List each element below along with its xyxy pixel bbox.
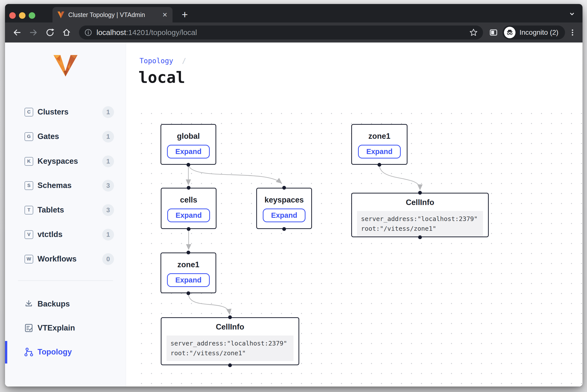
node-label: keyspaces <box>257 196 311 204</box>
back-icon[interactable] <box>11 26 23 38</box>
cellinfo-line: server_address:"localhost:2379" <box>170 338 290 348</box>
cellinfo-code: server_address:"localhost:2379" root:"/v… <box>357 211 483 236</box>
workflows-letter-icon: W <box>24 255 33 264</box>
sidebar-item-gates[interactable]: G Gates 1 <box>5 124 126 149</box>
reload-icon[interactable] <box>44 26 56 38</box>
sidebar-item-schemas[interactable]: S Schemas 3 <box>5 173 126 198</box>
browser-toolbar: localhost:14201/topology/local <box>5 22 582 42</box>
incognito-label: Incognito (2) <box>520 28 558 36</box>
new-tab-button[interactable]: + <box>178 8 191 21</box>
topology-node-cells: cells Expand <box>161 188 216 229</box>
browser-menu-icon[interactable] <box>567 26 578 38</box>
download-icon <box>24 299 34 309</box>
sidebar-item-tablets[interactable]: T Tablets 3 <box>5 198 126 222</box>
cellinfo-line: root:"/vitess/zone1" <box>361 224 479 234</box>
node-label: zone1 <box>352 132 407 141</box>
breadcrumb-topology-link[interactable]: Topology <box>140 57 173 65</box>
sidebar-item-vtctlds[interactable]: V vtctlds 1 <box>5 222 126 247</box>
cellinfo-line: root:"/vitess/zone1" <box>170 348 290 358</box>
tab-title: Cluster Topology | VTAdmin <box>68 11 159 18</box>
url-text: localhost:14201/topology/local <box>96 28 469 37</box>
sidebar-item-workflows[interactable]: W Workflows 0 <box>5 247 126 271</box>
topology-node-cellinfo-bottom: CellInfo server_address:"localhost:2379"… <box>161 317 299 365</box>
sidebar-item-vtexplain[interactable]: VTExplain <box>5 316 126 340</box>
topology-icon <box>24 347 34 357</box>
url-host: localhost <box>96 28 126 36</box>
sidebar-item-keyspaces[interactable]: K Keyspaces 1 <box>5 149 126 174</box>
desktop-background: Cluster Topology | VTAdmin ✕ + <box>0 0 587 392</box>
cellinfo-line: server_address:"localhost:2379" <box>361 214 479 224</box>
node-label: cells <box>162 196 216 204</box>
tab-strip: Cluster Topology | VTAdmin ✕ + <box>5 4 582 22</box>
breadcrumb-separator: / <box>182 57 186 65</box>
active-item-indicator <box>5 341 7 364</box>
bookmark-star-icon[interactable] <box>469 28 478 37</box>
cellinfo-code: server_address:"localhost:2379" root:"/v… <box>166 336 294 361</box>
expand-button[interactable]: Expand <box>358 145 401 158</box>
node-label: CellInfo <box>352 198 488 207</box>
count-badge: 1 <box>102 229 114 240</box>
topology-node-keyspaces: keyspaces Expand <box>256 188 312 229</box>
sidebar-divider <box>18 280 113 281</box>
topology-node-global: global Expand <box>160 124 216 165</box>
keyspaces-letter-icon: K <box>24 157 33 166</box>
count-badge: 3 <box>102 204 114 216</box>
topology-node-zone1-top: zone1 Expand <box>351 124 408 165</box>
macos-traffic-lights <box>9 12 35 19</box>
node-label: zone1 <box>161 260 216 269</box>
gates-letter-icon: G <box>24 132 33 141</box>
sidebar-item-backups[interactable]: Backups <box>5 292 126 316</box>
window-minimize-button[interactable] <box>19 12 26 19</box>
window-zoom-button[interactable] <box>29 12 35 19</box>
count-badge: 1 <box>102 156 114 167</box>
incognito-badge[interactable]: Incognito (2) <box>502 26 565 40</box>
topology-node-cellinfo-right: CellInfo server_address:"localhost:2379"… <box>351 193 489 237</box>
vtexplain-icon <box>24 323 34 333</box>
tab-close-icon[interactable]: ✕ <box>162 11 168 18</box>
expand-button[interactable]: Expand <box>263 208 306 222</box>
forward-icon[interactable] <box>28 26 40 38</box>
window-close-button[interactable] <box>9 12 16 19</box>
vtctlds-letter-icon: V <box>24 230 33 239</box>
sidebar: C Clusters 1 G Gates 1 K Keyspaces 1 S S… <box>5 42 126 386</box>
browser-window: Cluster Topology | VTAdmin ✕ + <box>5 4 582 386</box>
count-badge: 0 <box>102 253 114 265</box>
tablets-letter-icon: T <box>24 206 33 214</box>
home-icon[interactable] <box>60 26 72 38</box>
node-label: CellInfo <box>162 322 298 332</box>
schemas-letter-icon: S <box>24 181 33 190</box>
sidebar-item-clusters[interactable]: C Clusters 1 <box>5 100 126 124</box>
page-title: local <box>138 68 185 86</box>
count-badge: 1 <box>102 106 114 118</box>
vitess-favicon-icon <box>58 12 64 18</box>
url-path: :14201/topology/local <box>126 28 197 36</box>
expand-button[interactable]: Expand <box>167 145 210 158</box>
vitess-logo <box>54 55 78 76</box>
page-content: C Clusters 1 G Gates 1 K Keyspaces 1 S S… <box>5 42 582 386</box>
side-panel-icon[interactable] <box>488 26 500 38</box>
address-bar[interactable]: localhost:14201/topology/local <box>79 26 483 40</box>
expand-button[interactable]: Expand <box>167 273 210 287</box>
count-badge: 1 <box>102 131 114 142</box>
site-info-icon[interactable] <box>84 28 92 37</box>
expand-button[interactable]: Expand <box>167 208 210 222</box>
chevron-down-icon[interactable] <box>568 10 576 19</box>
incognito-icon <box>504 27 516 38</box>
breadcrumb: Topology / <box>140 57 186 65</box>
node-label: global <box>161 132 216 141</box>
browser-tab[interactable]: Cluster Topology | VTAdmin ✕ <box>52 7 172 22</box>
count-badge: 3 <box>102 180 114 192</box>
topology-node-zone1-bottom: zone1 Expand <box>160 252 216 293</box>
clusters-letter-icon: C <box>24 108 33 116</box>
sidebar-item-topology[interactable]: Topology <box>5 340 126 364</box>
